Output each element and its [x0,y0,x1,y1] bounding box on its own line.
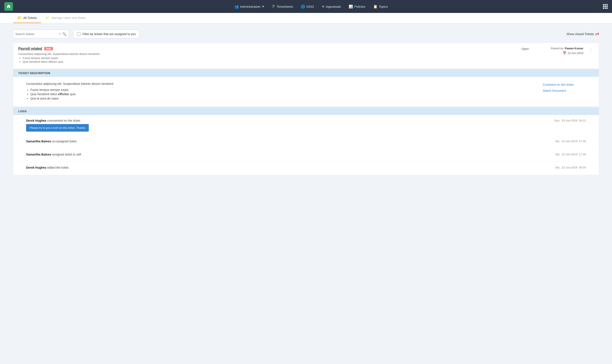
log-entry-3: Samantha Baines assigned ticket to self.… [13,149,599,162]
logs-section-label: LOGS [18,110,27,113]
search-icon[interactable]: 🔍 [62,32,67,36]
home-icon [6,4,11,9]
log-action-text: edited the ticket. [46,166,69,169]
log-timestamp: Sat, 22-Jun-2019 17:40 [555,153,586,156]
ticket-header: Payroll related High Consectetur adipisc… [13,43,599,68]
description-bullet-1: Fusce tempus semper turpis. [30,88,534,91]
ticket-date-row: 📅 22-Jun-2019 [540,51,583,55]
log-timestamp: Sat, 22-Jun-2019 06:55 [555,166,586,169]
description-bullet-3: Quo te pora de naasi [30,97,534,100]
show-closed-state[interactable]: off [595,32,599,36]
appraisals-label: Appraisals [326,5,341,8]
subnav: 📁 All Tickets 📁 Manage Users and Roles [0,13,612,23]
ticket-title-row: Payroll related High [18,47,510,51]
log-header: Derek Hughes commented on the ticket. Su… [26,119,586,122]
show-closed-label: Show closed Tickets [567,32,594,36]
ticket-desc-text: Consectetur adipiscing elit. Suspendisse… [18,52,510,56]
ooo-icon: 🌐 [301,4,305,9]
navbar-right [603,4,608,9]
tab-all-tickets[interactable]: 📁 All Tickets [13,13,41,23]
log-author: Samantha Baines un-assigned ticket. [26,140,77,143]
filter-assigned-container[interactable]: Filter by tickets that are assigned to y… [73,30,139,38]
topics-icon: 📋 [373,4,378,9]
navbar-item-timesheets[interactable]: ⏱ Timesheets [268,3,297,10]
log-author: Samantha Baines assigned ticket to self. [26,153,82,156]
ticket-status: Open [514,47,536,51]
description-main-text: Consectetur adipiscing elit. Suspendisse… [26,82,534,86]
raised-by-row: Raised by: Pawan Kumar [540,47,583,50]
topics-label: Topics [379,5,388,8]
tab-manage-users[interactable]: 📁 Manage Users and Roles [41,13,90,23]
log-author-name: Samantha Baines [26,140,51,143]
calendar-icon: 📅 [563,51,566,55]
navbar-item-topics[interactable]: 📋 Topics [369,3,392,10]
logs-section: LOGS Derek Hughes commented on the ticke… [13,107,599,175]
ticket-title-link[interactable]: Payroll related [18,47,42,51]
all-tickets-label: All Tickets [23,16,37,20]
log-author: Derek Hughes commented on the ticket. [26,119,81,122]
navbar-item-ooo[interactable]: 🌐 OOO [297,3,318,10]
logs-body: Derek Hughes commented on the ticket. Su… [13,115,599,175]
priority-badge: High [44,47,53,50]
ticket-bullet-2: Quis hendrerit tellus efficitur quis. [23,60,510,63]
policies-icon: 📊 [349,4,353,9]
administration-icon: 👥 [234,4,239,9]
ticket-card: Payroll related High Consectetur adipisc… [13,43,599,69]
ooo-label: OOO [306,5,314,8]
log-action-text: un-assigned ticket. [51,140,77,143]
filter-assigned-label[interactable]: Filter by tickets that are assigned to y… [82,32,136,36]
log-author: Derek Hughes edited the ticket. [26,166,69,169]
description-section: TICKET DESCRIPTION Consectetur adipiscin… [13,69,599,106]
dropdown-arrow-icon: ▾ [262,4,264,8]
search-box[interactable]: ✕ 🔍 [13,30,69,38]
attach-document-link[interactable]: Attach Document [543,89,586,92]
log-entry-4: Derek Hughes edited the ticket. Sat, 22-… [13,162,599,175]
clear-search-icon[interactable]: ✕ [58,32,61,36]
manage-users-icon: 📁 [45,16,50,20]
timesheets-icon: ⏱ [272,4,275,8]
ticket-date: 22-Jun-2019 [568,52,583,55]
log-author-name: Samantha Baines [26,153,51,156]
description-section-header: TICKET DESCRIPTION [13,69,599,77]
grid-apps-icon[interactable] [603,4,608,9]
navbar-item-administration[interactable]: 👥 Administration ▾ [231,3,268,10]
log-timestamp: Sun, 23-Jun-2019 04:23 [554,119,586,122]
appraisals-icon: ✳ [322,4,325,9]
comment-on-ticket-link[interactable]: Comment on this ticket [543,83,586,86]
navbar-item-appraisals[interactable]: ✳ Appraisals [318,3,345,10]
brand-logo[interactable] [4,2,13,11]
bullet2-suffix: quis. [69,92,76,96]
filter-bar: ✕ 🔍 Filter by tickets that are assigned … [13,30,599,38]
all-tickets-icon: 📁 [17,16,22,20]
description-actions: Comment on this ticket Attach Document [543,82,586,101]
log-action-text: commented on the ticket. [46,119,81,122]
log-comment: Please try to put a rush on this ticket.… [26,124,89,132]
manage-users-label: Manage Users and Roles [52,16,86,20]
policies-label: Policies [354,5,365,8]
description-section-label: TICKET DESCRIPTION [18,72,50,75]
raised-by-label: Raised by: [551,47,564,50]
timesheets-label: Timesheets [277,5,293,8]
description-bullet-2: Quis hendrerit tellus efficitur quis. [30,92,534,96]
navbar-item-policies[interactable]: 📊 Policies [345,3,369,10]
raised-by-name: Pawan Kumar [565,47,583,50]
log-action-text: assigned ticket to self. [51,153,82,156]
ticket-status-label: Open [521,47,529,51]
log-author-name: Derek Hughes [26,166,46,169]
log-entry-2: Samantha Baines un-assigned ticket. Sat,… [13,136,599,149]
log-header: Derek Hughes edited the ticket. Sat, 22-… [26,166,586,169]
description-text: Consectetur adipiscing elit. Suspendisse… [26,82,534,101]
main-content: ✕ 🔍 Filter by tickets that are assigned … [0,23,612,182]
show-closed-toggle[interactable]: Show closed Tickets off [567,32,599,36]
ticket-more-menu[interactable]: ⋮ [588,47,594,52]
bullet2-bold: efficitur [58,92,69,96]
ticket-bullet-1: Fusce tempus semper turpis. [23,56,510,60]
log-timestamp: Sat, 22-Jun-2019 17:40 [555,140,586,143]
search-input[interactable] [15,32,58,36]
log-header: Samantha Baines un-assigned ticket. Sat,… [26,140,586,143]
logs-section-header: LOGS [13,107,599,115]
administration-label: Administration [240,5,261,8]
description-body: Consectetur adipiscing elit. Suspendisse… [26,82,586,101]
navbar-items: 👥 Administration ▾ ⏱ Timesheets 🌐 OOO ✳ … [19,3,603,10]
filter-assigned-checkbox[interactable] [77,32,80,36]
